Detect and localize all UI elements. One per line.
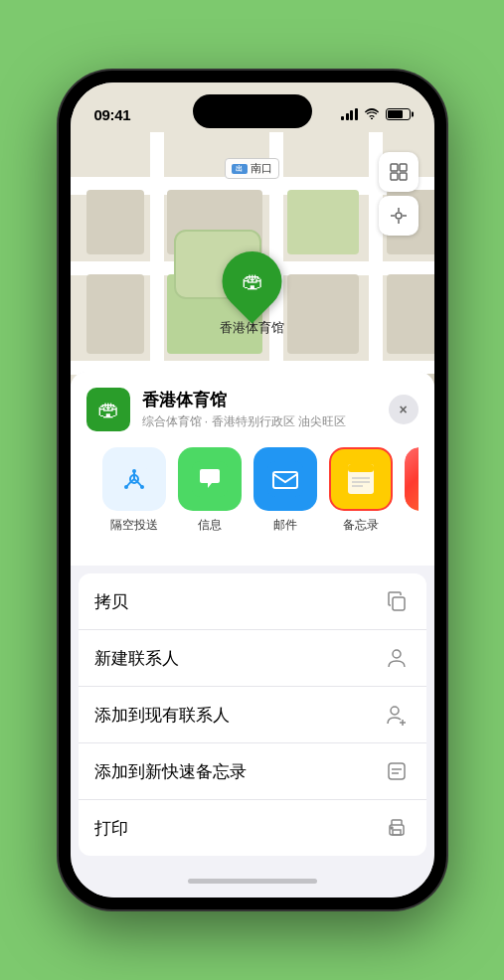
notes-label: 备忘录 [343,517,379,534]
location-pin: 🏟 香港体育馆 [220,251,284,337]
svg-point-28 [391,707,399,715]
svg-point-4 [396,213,402,219]
venue-subtitle: 综合体育馆 · 香港特别行政区 油尖旺区 [142,413,346,430]
messages-icon [178,447,242,511]
south-entrance-label: 出 南口 [225,158,279,179]
pin-icon: 🏟 [242,268,263,294]
svg-rect-3 [400,173,407,180]
note-icon [383,757,411,785]
copy-icon [383,587,411,615]
action-print[interactable]: 打印 [79,800,426,856]
venue-name: 香港体育馆 [142,389,346,411]
new-contact-label: 新建联系人 [94,647,179,670]
svg-point-11 [124,485,128,489]
mail-icon [253,447,317,511]
svg-rect-0 [391,164,398,171]
share-item-messages[interactable]: 信息 [178,447,242,534]
action-list: 拷贝 新建联系人 [79,573,426,856]
venue-info: 🏟 香港体育馆 综合体育馆 · 香港特别行政区 油尖旺区 [86,388,346,431]
share-item-notes[interactable]: 备忘录 [329,447,393,534]
close-button[interactable]: × [389,395,419,424]
signal-bars-icon [341,108,358,120]
wifi-icon [364,107,380,122]
venue-text: 香港体育馆 综合体育馆 · 香港特别行政区 油尖旺区 [142,389,346,430]
airdrop-icon [102,447,166,511]
signal-bar-4 [355,108,358,120]
svg-point-12 [140,485,144,489]
home-indicator [71,864,434,898]
location-button[interactable] [379,196,419,236]
svg-rect-26 [393,597,405,610]
action-add-note[interactable]: 添加到新快速备忘录 [79,743,426,800]
close-icon: × [399,402,407,417]
messages-label: 信息 [198,517,222,534]
svg-point-13 [132,469,136,473]
action-add-existing[interactable]: 添加到现有联系人 [79,687,426,743]
south-entrance-icon: 出 [232,164,248,174]
svg-rect-31 [389,763,405,779]
share-item-mail[interactable]: 邮件 [253,447,317,534]
more-icon [405,447,419,511]
venue-icon: 🏟 [86,388,130,431]
svg-rect-19 [348,464,374,472]
phone-screen: 09:41 [71,82,434,898]
mail-label: 邮件 [273,517,297,534]
battery-icon [386,108,411,120]
signal-bar-3 [350,110,353,120]
svg-rect-35 [393,830,401,835]
action-copy[interactable]: 拷贝 [79,573,426,630]
person-add-icon [383,701,411,729]
airdrop-label: 隔空投送 [110,517,158,534]
battery-fill [388,110,404,118]
svg-point-36 [391,827,393,829]
svg-point-27 [393,650,401,658]
copy-label: 拷贝 [94,590,128,613]
home-bar [188,879,317,884]
pin-circle: 🏟 [210,240,294,324]
map-type-button[interactable] [379,152,419,192]
status-time: 09:41 [94,106,131,123]
share-item-airdrop[interactable]: 隔空投送 [102,447,166,534]
add-existing-label: 添加到现有联系人 [94,704,230,727]
venue-header: 🏟 香港体育馆 综合体育馆 · 香港特别行政区 油尖旺区 × [86,388,419,431]
person-icon [383,644,411,672]
svg-rect-2 [391,173,398,180]
phone-frame: 09:41 [59,71,446,909]
print-label: 打印 [94,817,128,840]
print-icon [383,814,411,842]
action-new-contact[interactable]: 新建联系人 [79,630,426,687]
signal-bar-2 [346,113,349,120]
bottom-sheet: 🏟 香港体育馆 综合体育馆 · 香港特别行政区 油尖旺区 × [71,372,434,898]
share-item-more[interactable]: 提 [405,447,419,534]
status-icons [341,107,411,122]
svg-rect-1 [400,164,407,171]
venue-card: 🏟 香港体育馆 综合体育馆 · 香港特别行政区 油尖旺区 × [71,372,434,566]
share-row: 隔空投送 信息 [86,435,419,550]
add-note-label: 添加到新快速备忘录 [94,760,247,783]
map-controls[interactable] [379,152,419,240]
notes-icon [329,447,393,511]
signal-bar-1 [341,116,344,120]
dynamic-island [193,94,312,128]
